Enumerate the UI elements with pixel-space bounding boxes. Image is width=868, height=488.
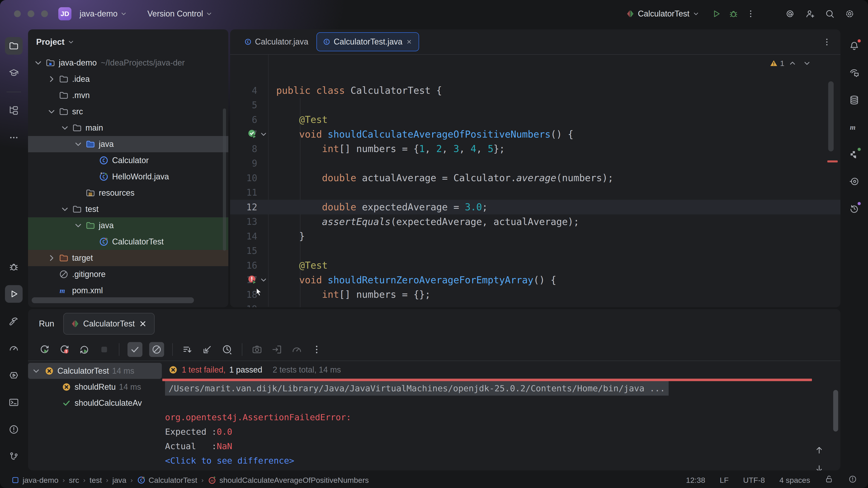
toolwindow-button-notifications-toolwindow[interactable] bbox=[845, 37, 863, 55]
project-tree-item-resources[interactable]: resources bbox=[28, 185, 228, 201]
code-line-14[interactable]: 14 } bbox=[230, 229, 840, 243]
tab-calculator-java[interactable]: C Calculator.java bbox=[238, 29, 314, 54]
project-tree-item-pom-xml[interactable]: mpom.xml bbox=[28, 283, 228, 299]
toolwindow-button-learn-toolwindow[interactable] bbox=[5, 64, 23, 82]
toolwindow-button-terminal-toolwindow[interactable] bbox=[5, 394, 23, 411]
settings-button[interactable] bbox=[842, 6, 857, 21]
project-tree-item-java-demo[interactable]: java-demo~/IdeaProjects/java-der bbox=[28, 55, 228, 71]
toolwindow-button-project-toolwindow[interactable] bbox=[5, 37, 23, 55]
project-tree-item-target[interactable]: target bbox=[28, 250, 228, 266]
profile-button[interactable] bbox=[290, 343, 303, 356]
run-button[interactable] bbox=[709, 6, 724, 21]
debug-button[interactable] bbox=[726, 6, 741, 21]
console-diff-link[interactable]: <Click to see difference> bbox=[165, 453, 840, 468]
test-node-shouldretu[interactable]: shouldRetu14 ms bbox=[28, 379, 162, 395]
toolwindow-button-recent-changes-toolwindow[interactable] bbox=[845, 200, 863, 217]
run-test-gutter-icon[interactable] bbox=[247, 274, 258, 285]
toolwindow-button-more-toolwindows[interactable] bbox=[5, 129, 23, 147]
navigate-to-test-button[interactable] bbox=[201, 343, 214, 356]
code-line-18[interactable]: 18 int[] numbers = {}; bbox=[230, 287, 840, 302]
project-tree-item--mvn[interactable]: .mvn bbox=[28, 87, 228, 103]
project-tree-item--gitignore[interactable]: .gitignore bbox=[28, 266, 228, 283]
breadcrumb-item-shouldcalculateaverageofpositivenumbers[interactable]: mshouldCalculateAverageOfPositiveNumbers bbox=[208, 476, 369, 485]
toolwindow-button-run-toolwindow[interactable] bbox=[5, 285, 23, 303]
code-line-6[interactable]: 6 @Test bbox=[230, 112, 840, 127]
code-line-11[interactable]: 11 bbox=[230, 185, 840, 200]
code-line-5[interactable]: 5 bbox=[230, 98, 840, 112]
status-inspections-status[interactable] bbox=[848, 475, 857, 486]
more-run-options-button[interactable] bbox=[743, 6, 758, 21]
console-scrollbar[interactable] bbox=[833, 390, 838, 431]
console-output[interactable]: /Users/marit.van.dijk/Library/Java/JavaV… bbox=[162, 381, 840, 468]
project-tree-item-java[interactable]: java bbox=[28, 136, 228, 152]
ai-assistant-button[interactable] bbox=[782, 6, 798, 21]
project-tree-item-java[interactable]: java bbox=[28, 217, 228, 234]
more-options-button[interactable] bbox=[310, 343, 323, 356]
code-line-12[interactable]: 12 double expectedAverage = 3.0; bbox=[230, 200, 840, 215]
project-tree-item-test[interactable]: test bbox=[28, 201, 228, 217]
window-controls[interactable] bbox=[14, 10, 48, 17]
editor-tabs-kebab[interactable] bbox=[819, 35, 834, 49]
project-tree-item--idea[interactable]: .idea bbox=[28, 71, 228, 87]
toggle-auto-test-button[interactable] bbox=[78, 343, 91, 356]
toolwindow-button-maven-toolwindow[interactable]: m bbox=[845, 119, 863, 136]
status-read-write-toggle[interactable] bbox=[825, 475, 834, 486]
toolwindow-button-debug-toolwindow[interactable] bbox=[5, 258, 23, 275]
code-line-17[interactable]: 17 void shouldReturnZeroAverageForEmptyA… bbox=[230, 273, 840, 287]
run-configuration-widget[interactable]: CalculatorTest bbox=[625, 9, 700, 19]
code-line-13[interactable]: 13 assertEquals(expectedAverage, actualA… bbox=[230, 215, 840, 229]
inspection-widget[interactable]: 1 bbox=[769, 58, 813, 68]
toolwindow-button-build-pipeline-toolwindow[interactable] bbox=[845, 145, 863, 163]
project-horizontal-scrollbar[interactable] bbox=[32, 297, 194, 303]
fold-chevron-icon[interactable] bbox=[259, 130, 268, 139]
error-stripe-mark[interactable] bbox=[827, 160, 838, 162]
breadcrumb-item-java[interactable]: java bbox=[112, 476, 126, 485]
project-tree-item-src[interactable]: src bbox=[28, 103, 228, 120]
status-line-separator[interactable]: LF bbox=[720, 476, 729, 485]
code-line-8[interactable]: 8 int[] numbers = {1, 2, 3, 4, 5}; bbox=[230, 141, 840, 156]
toolwindow-button-services-toolwindow[interactable] bbox=[5, 366, 23, 384]
breadcrumb-item-test[interactable]: test bbox=[90, 476, 102, 485]
test-node-calculatortest[interactable]: CalculatorTest14 ms bbox=[28, 363, 162, 379]
project-tree-item-main[interactable]: main bbox=[28, 120, 228, 136]
close-run-tab-icon[interactable] bbox=[138, 319, 148, 329]
show-duration-button[interactable] bbox=[221, 343, 234, 356]
tab-calculatortest-java[interactable]: C CalculatorTest.java bbox=[316, 32, 419, 51]
code-line-9[interactable]: 9 bbox=[230, 156, 840, 171]
status-file-encoding[interactable]: UTF-8 bbox=[743, 476, 765, 485]
code-line-10[interactable]: 10 double actualAverage = Calculator.ave… bbox=[230, 170, 840, 185]
breadcrumb-item-calculatortest[interactable]: CCalculatorTest bbox=[137, 476, 197, 485]
prev-occurrence-button[interactable] bbox=[814, 445, 826, 457]
code-editor[interactable]: 4public class CalculatorTest {56 @Test7 … bbox=[230, 55, 840, 307]
status-cursor-position[interactable]: 12:38 bbox=[686, 476, 705, 485]
toolwindow-button-build-toolwindow[interactable] bbox=[5, 312, 23, 330]
stop-button[interactable] bbox=[98, 343, 111, 356]
fold-chevron-icon[interactable] bbox=[259, 275, 268, 285]
sort-tests-button[interactable] bbox=[181, 343, 194, 356]
toolwindow-button-problems-toolwindow[interactable] bbox=[5, 421, 23, 438]
rerun-failed-tests-button[interactable] bbox=[58, 343, 71, 356]
toolwindow-button-profiler-toolwindow[interactable] bbox=[5, 339, 23, 357]
prev-problem-button[interactable] bbox=[786, 58, 799, 68]
test-node-shouldcalculateav[interactable]: shouldCalculateAv bbox=[28, 395, 162, 411]
status-indent-style[interactable]: 4 spaces bbox=[779, 476, 810, 485]
next-problem-button[interactable] bbox=[801, 58, 813, 68]
editor-scrollbar[interactable] bbox=[828, 81, 834, 151]
project-badge[interactable]: JD bbox=[58, 7, 71, 20]
search-everywhere-button[interactable] bbox=[822, 6, 837, 21]
project-widget[interactable]: java-demo bbox=[76, 7, 131, 21]
toolwindow-button-database-toolwindow[interactable] bbox=[845, 91, 863, 109]
project-tree-item-helloworld-java[interactable]: CHelloWorld.java bbox=[28, 168, 228, 185]
toolwindow-button-structure-toolwindow[interactable] bbox=[5, 102, 23, 119]
import-results-button[interactable] bbox=[270, 343, 283, 356]
code-line-19[interactable]: 19 bbox=[230, 302, 840, 307]
vcs-widget[interactable]: Version Control bbox=[144, 7, 216, 21]
code-line-7[interactable]: 7 void shouldCalculateAverageOfPositiveN… bbox=[230, 127, 840, 142]
toolwindow-button-coverage-toolwindow[interactable] bbox=[845, 173, 863, 190]
rerun-tests-button[interactable] bbox=[38, 343, 51, 356]
run-test-gutter-icon[interactable] bbox=[247, 129, 258, 140]
project-tree-item-calculator[interactable]: CCalculator bbox=[28, 152, 228, 168]
code-line-15[interactable]: 15 bbox=[230, 243, 840, 258]
breadcrumb-item-src[interactable]: src bbox=[69, 476, 79, 485]
code-line-4[interactable]: 4public class CalculatorTest { bbox=[230, 83, 840, 98]
